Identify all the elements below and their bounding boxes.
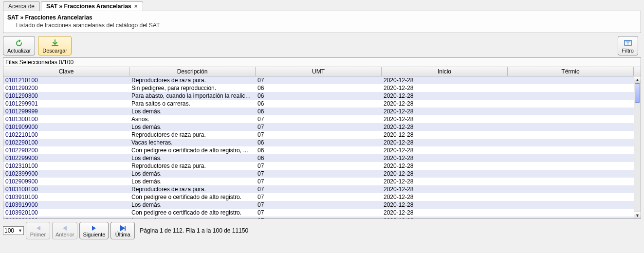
grid-header: Clave Descripción UMT Inicio Térmio [3,67,641,76]
tab-strip: Acerca de SAT » Fracciones Arancelarias … [0,0,644,11]
table-row[interactable]: 0101299901Para saltos o carreras.062020-… [3,100,634,108]
col-header-clave[interactable]: Clave [3,67,129,76]
scroll-thumb[interactable] [635,83,640,103]
cell-umt: 07 [256,209,382,216]
table-row[interactable]: 0101290300Para abasto, cuando la importa… [3,92,634,100]
cell-inicio: 2020-12-28 [382,124,508,130]
vertical-scrollbar[interactable]: ▲ ▼ [634,76,641,218]
cell-clave: 0101299901 [3,100,129,107]
grid-rows: 0101210100Reproductores de raza pura.072… [3,76,634,218]
pager: 100 ▼ Primer Anterior Siguiente Última P… [3,222,641,239]
page-subtitle: Listado de fracciones arancelarias del c… [7,22,637,29]
cell-clave: 0103100100 [3,186,129,193]
button-label: Filtro [622,48,634,54]
cell-clave: 0102909900 [3,178,129,185]
tab-label: Acerca de [8,3,35,10]
cell-descripcion: Sin pedigree, para reproducción. [129,85,256,91]
scroll-up-icon[interactable]: ▲ [634,76,641,83]
cell-descripcion: Reproductores de raza pura. [129,77,256,84]
cell-inicio: 2020-12-28 [382,147,508,154]
selection-value: 0/100 [59,59,74,66]
table-row[interactable]: 0102399900Los demás.072020-12-28 [3,170,634,178]
cell-inicio: 2020-12-28 [382,92,508,99]
cell-umt: 07 [256,194,382,200]
col-header-inicio[interactable]: Inicio [382,67,508,76]
scroll-track[interactable] [634,83,641,212]
col-header-descripcion[interactable]: Descripción [129,67,256,76]
table-row[interactable]: 0103920100Con pedigree o certificado de … [3,209,634,217]
cell-umt: 07 [256,124,382,130]
table-row[interactable]: 0103100100Reproductores de raza pura.072… [3,185,634,193]
prev-icon [61,225,69,232]
filtro-button[interactable]: Filtro [618,36,638,55]
download-icon [51,39,59,47]
button-label: Siguiente [83,232,105,237]
cell-descripcion: Para saltos o carreras. [129,100,256,107]
table-row[interactable]: 0102290200Con pedigree o certificado de … [3,146,634,154]
cell-descripcion: Los demás. [129,108,256,115]
cell-descripcion: Los demás. [129,178,256,185]
cell-clave: 0102399900 [3,170,129,177]
table-row[interactable]: 0102299900Los demás.062020-12-28 [3,154,634,162]
first-page-button[interactable]: Primer [26,222,50,239]
table-row[interactable]: 0103910100Con pedigree o certificado de … [3,193,634,201]
cell-clave: 0103919900 [3,201,129,208]
cell-inicio: 2020-12-28 [382,217,508,218]
scroll-down-icon[interactable]: ▼ [634,212,641,218]
button-label: Última [115,232,130,237]
cell-descripcion: Los demás. [129,201,256,208]
page-header: SAT » Fracciones Arancelarias Listado de… [3,11,641,33]
table-row[interactable]: 0103929900Los demás.072020-12-28 [3,217,634,218]
cell-descripcion: Los demás. [129,124,256,130]
table-row[interactable]: 0101909900Los demás.072020-12-28 [3,123,634,131]
cell-clave: 0101290200 [3,85,129,91]
close-icon[interactable]: × [134,3,138,10]
cell-clave: 0101210100 [3,77,129,84]
last-page-button[interactable]: Última [110,222,135,239]
table-row[interactable]: 0102310100Reproductores de raza pura.072… [3,162,634,170]
table-row[interactable]: 0102909900Los demás.072020-12-28 [3,178,634,185]
cell-descripcion: Reproductores de raza pura. [129,163,256,169]
table-row[interactable]: 0103919900Los demás.072020-12-28 [3,201,634,209]
table-row[interactable]: 0101290200Sin pedigree, para reproducció… [3,84,634,92]
cell-clave: 0103910100 [3,194,129,200]
descargar-button[interactable]: Descargar [38,36,72,55]
button-label: Descargar [42,48,67,54]
next-icon [90,225,98,232]
cell-umt: 07 [256,217,382,218]
table-row[interactable]: 0101300100Asnos.072020-12-28 [3,115,634,123]
prev-page-button[interactable]: Anterior [52,222,78,239]
table-row[interactable]: 0102210100Reproductores de raza pura.072… [3,131,634,139]
col-header-termio[interactable]: Térmio [508,67,634,76]
toolbar: Actualizar Descargar Filtro [3,36,641,55]
cell-clave: 0102290200 [3,147,129,154]
cell-descripcion: Con pedigree o certificado de alto regis… [129,209,256,216]
table-row[interactable]: 0101299999Los demás.062020-12-28 [3,108,634,115]
cell-inicio: 2020-12-28 [382,209,508,216]
cell-inicio: 2020-12-28 [382,163,508,169]
cell-inicio: 2020-12-28 [382,100,508,107]
cell-descripcion: Los demás. [129,217,256,218]
cell-clave: 0102290100 [3,139,129,146]
selection-label: Filas Seleccionadas [5,59,57,66]
page-size-select[interactable]: 100 ▼ [3,226,24,235]
cell-umt: 07 [256,131,382,138]
page-title: SAT » Fracciones Arancelarias [7,14,637,21]
tab-acerca-de[interactable]: Acerca de [3,1,40,11]
table-row[interactable]: 0102290100Vacas lecheras.062020-12-28 [3,139,634,146]
cell-umt: 06 [256,155,382,162]
tab-label: SAT » Fracciones Arancelarias [46,3,131,10]
table-row[interactable]: 0101210100Reproductores de raza pura.072… [3,76,634,84]
cell-inicio: 2020-12-28 [382,186,508,193]
cell-clave: 0101290300 [3,92,129,99]
tab-fracciones[interactable]: SAT » Fracciones Arancelarias × [41,1,143,11]
actualizar-button[interactable]: Actualizar [3,36,35,55]
cell-umt: 07 [256,186,382,193]
col-header-umt[interactable]: UMT [256,67,382,76]
next-page-button[interactable]: Siguiente [79,222,109,239]
cell-descripcion: Con pedigree o certificado de alto regis… [129,194,256,200]
cell-descripcion: Reproductores de raza pura. [129,131,256,138]
cell-inicio: 2020-12-28 [382,116,508,123]
cell-umt: 07 [256,170,382,177]
cell-umt: 06 [256,147,382,154]
